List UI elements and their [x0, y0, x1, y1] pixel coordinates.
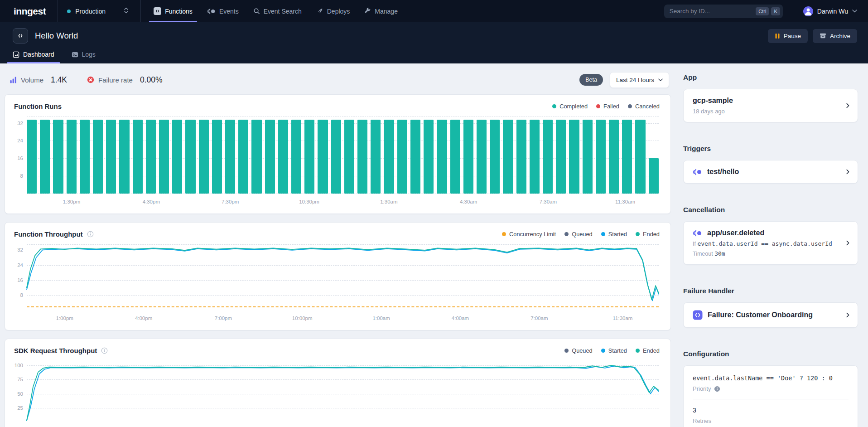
- function-throughput-xaxis: 1:00pm4:00pm7:00pm10:00pm1:00am4:00am7:0…: [27, 314, 659, 324]
- bar: [371, 120, 381, 194]
- trigger-card[interactable]: test/hello: [683, 160, 858, 184]
- x-circle-icon: [87, 76, 94, 83]
- bar: [133, 120, 143, 194]
- bar: [212, 120, 222, 194]
- bar: [159, 120, 169, 194]
- retries-value: 3: [693, 407, 849, 414]
- inngest-logo[interactable]: inngest: [0, 0, 58, 22]
- bar: [490, 120, 500, 194]
- environment-selector[interactable]: Production: [58, 0, 140, 22]
- bar: [344, 120, 354, 194]
- bar: [67, 120, 77, 194]
- cancellation-card[interactable]: app/user.deleted If event.data.userId ==…: [683, 221, 858, 265]
- y-axis-tick: 100: [10, 363, 23, 368]
- cancellation-section: Cancellation app/user.deleted If event.d…: [683, 206, 858, 265]
- nav-item-events[interactable]: Events: [200, 0, 246, 22]
- condition-prefix: If: [693, 241, 696, 247]
- user-menu[interactable]: Darwin Wu: [793, 6, 857, 16]
- legend-item: Ended: [636, 231, 660, 238]
- failure-handler-section: Failure Handler Failure: Customer Onboar…: [683, 287, 858, 328]
- nav-item-label: Functions: [165, 8, 193, 15]
- app-card[interactable]: gcp-sample 18 days ago: [683, 89, 858, 122]
- tab-logs[interactable]: Logs: [66, 47, 101, 63]
- bar: [93, 120, 103, 194]
- info-icon[interactable]: [87, 231, 94, 238]
- pause-icon: [775, 33, 780, 39]
- line-series: [27, 244, 659, 310]
- x-axis-tick: 11:30am: [613, 315, 633, 321]
- legend-item: Started: [601, 231, 627, 238]
- tab-label: Dashboard: [23, 51, 54, 58]
- trigger-event-name: test/hello: [707, 168, 739, 176]
- x-axis-tick: 4:30pm: [143, 199, 160, 204]
- time-range-selector[interactable]: Last 24 Hours: [610, 72, 669, 88]
- legend-dot: [601, 232, 605, 236]
- pause-button[interactable]: Pause: [768, 29, 808, 43]
- legend-dot: [502, 232, 506, 236]
- nav-right: Search by ID... Ctrl K Darwin Wu: [664, 0, 868, 22]
- bar: [265, 120, 275, 194]
- x-axis-tick: 11:30am: [615, 199, 635, 204]
- info-icon[interactable]: [101, 347, 108, 354]
- chart-title: Function Throughput: [14, 230, 83, 238]
- nav-item-deploys[interactable]: Deploys: [309, 0, 357, 22]
- bar: [225, 120, 235, 194]
- legend-label: Started: [608, 231, 627, 238]
- bar: [331, 120, 341, 194]
- chevron-right-icon: [844, 240, 851, 246]
- terminal-icon: [72, 51, 78, 58]
- failure-rate-stat: Failure rate 0.00%: [87, 75, 163, 85]
- nav-item-manage[interactable]: Manage: [357, 0, 405, 22]
- environment-label: Production: [75, 8, 106, 15]
- priority-expression: event.data.lastName == 'Doe' ? 120 : 0: [693, 374, 849, 382]
- primary-nav: Functions Events Event Search Deploys Ma…: [146, 0, 405, 22]
- info-icon[interactable]: [714, 386, 720, 392]
- beta-badge: Beta: [579, 74, 603, 86]
- nav-item-functions[interactable]: Functions: [146, 0, 200, 22]
- y-axis-tick: 32: [10, 247, 23, 252]
- bar: [622, 120, 632, 194]
- x-axis-tick: 1:30am: [380, 199, 397, 204]
- priority-label: Priority: [693, 385, 711, 392]
- search-icon: [253, 8, 260, 15]
- bar: [609, 120, 619, 194]
- legend-label: Queued: [572, 231, 593, 238]
- sdk-request-throughput-chart: 255075100: [27, 361, 659, 422]
- bar: [384, 120, 394, 194]
- cancellation-event-name: app/user.deleted: [707, 229, 764, 237]
- bar: [106, 120, 116, 194]
- nav-item-label: Deploys: [327, 8, 350, 15]
- function-runs-card: Function Runs CompletedFailedCanceled 81…: [5, 94, 671, 214]
- x-axis-tick: 1:30pm: [63, 199, 80, 204]
- top-nav: inngest Production Functions Events Even…: [0, 0, 868, 22]
- legend-label: Concurrency Limit: [509, 231, 556, 238]
- legend-item: Ended: [636, 347, 660, 354]
- legend-dot: [636, 349, 640, 353]
- time-range-label: Last 24 Hours: [616, 77, 654, 83]
- legend-dot: [596, 104, 600, 108]
- failure-handler-name: Failure: Customer Onboarding: [708, 311, 813, 319]
- details-sidebar: App gcp-sample 18 days ago Triggers test…: [683, 63, 858, 427]
- wrench-icon: [364, 8, 371, 15]
- tab-dashboard[interactable]: Dashboard: [7, 47, 60, 63]
- search-input[interactable]: Search by ID... Ctrl K: [664, 5, 783, 18]
- rocket-icon: [316, 8, 323, 15]
- section-heading: Cancellation: [683, 206, 858, 214]
- nav-item-event-search[interactable]: Event Search: [246, 0, 309, 22]
- bar: [503, 120, 513, 194]
- bar: [649, 158, 659, 194]
- environment-status-dot: [67, 10, 71, 13]
- failure-rate-value: 0.00%: [140, 75, 163, 85]
- series-ended: [27, 365, 659, 420]
- legend-label: Started: [608, 347, 627, 354]
- y-axis-tick: 16: [10, 155, 23, 161]
- bar: [80, 120, 90, 194]
- bar: [463, 120, 473, 194]
- bar: [40, 120, 50, 194]
- bar: [437, 120, 447, 194]
- app-section: App gcp-sample 18 days ago: [683, 73, 858, 122]
- bar: [199, 120, 209, 194]
- failure-handler-card[interactable]: Failure: Customer Onboarding: [683, 302, 858, 328]
- archive-button[interactable]: Archive: [813, 29, 857, 43]
- bar: [477, 120, 487, 194]
